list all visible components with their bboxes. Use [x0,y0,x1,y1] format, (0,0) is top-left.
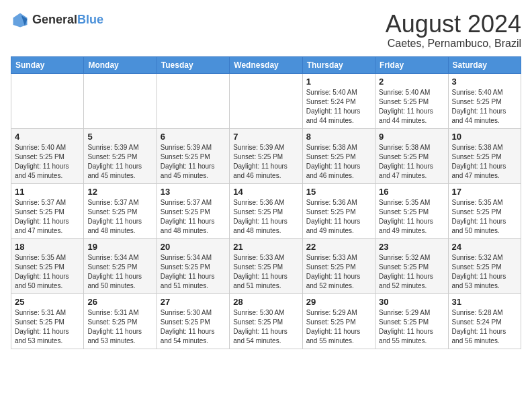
day-number: 29 [306,297,371,307]
day-info: Sunrise: 5:38 AM Sunset: 5:25 PM Dayligh… [306,143,371,181]
day-cell: 31Sunrise: 5:28 AM Sunset: 5:24 PM Dayli… [448,293,521,349]
day-number: 5 [87,132,152,142]
day-info: Sunrise: 5:36 AM Sunset: 5:25 PM Dayligh… [306,198,371,236]
header-wednesday: Wednesday [230,56,302,73]
day-info: Sunrise: 5:33 AM Sunset: 5:25 PM Dayligh… [233,253,298,291]
day-number: 31 [452,297,517,307]
title-area: August 2024 Caetes, Pernambuco, Brazil [386,11,521,50]
day-number: 16 [379,187,444,197]
week-row-1: 1Sunrise: 5:40 AM Sunset: 5:24 PM Daylig… [11,73,521,128]
day-number: 21 [233,242,298,252]
day-info: Sunrise: 5:36 AM Sunset: 5:25 PM Dayligh… [233,198,298,236]
logo-text: GeneralBlue [32,13,103,27]
day-cell: 21Sunrise: 5:33 AM Sunset: 5:25 PM Dayli… [230,238,302,293]
day-cell: 28Sunrise: 5:30 AM Sunset: 5:25 PM Dayli… [230,293,302,349]
day-info: Sunrise: 5:33 AM Sunset: 5:25 PM Dayligh… [306,253,371,291]
day-info: Sunrise: 5:35 AM Sunset: 5:25 PM Dayligh… [379,198,444,236]
day-cell [230,73,302,128]
calendar-header-row: SundayMondayTuesdayWednesdayThursdayFrid… [11,56,521,73]
day-number: 15 [306,187,371,197]
day-cell: 6Sunrise: 5:39 AM Sunset: 5:25 PM Daylig… [157,128,229,183]
day-number: 22 [306,242,371,252]
day-number: 2 [379,77,444,87]
day-cell: 10Sunrise: 5:38 AM Sunset: 5:25 PM Dayli… [448,128,521,183]
day-cell: 25Sunrise: 5:31 AM Sunset: 5:25 PM Dayli… [11,293,84,349]
day-number: 3 [452,77,517,87]
day-cell: 23Sunrise: 5:32 AM Sunset: 5:25 PM Dayli… [375,238,448,293]
header-thursday: Thursday [302,56,375,73]
day-cell [11,73,84,128]
day-cell: 30Sunrise: 5:29 AM Sunset: 5:25 PM Dayli… [375,293,448,349]
day-cell: 24Sunrise: 5:32 AM Sunset: 5:25 PM Dayli… [448,238,521,293]
day-info: Sunrise: 5:40 AM Sunset: 5:25 PM Dayligh… [15,143,80,181]
day-number: 11 [15,187,80,197]
day-number: 9 [379,132,444,142]
week-row-2: 4Sunrise: 5:40 AM Sunset: 5:25 PM Daylig… [11,128,521,183]
day-info: Sunrise: 5:32 AM Sunset: 5:25 PM Dayligh… [452,253,517,291]
day-number: 13 [161,187,226,197]
header-sunday: Sunday [11,56,84,73]
day-cell: 11Sunrise: 5:37 AM Sunset: 5:25 PM Dayli… [11,183,84,238]
logo-icon [11,11,30,30]
day-cell: 29Sunrise: 5:29 AM Sunset: 5:25 PM Dayli… [302,293,375,349]
day-info: Sunrise: 5:35 AM Sunset: 5:25 PM Dayligh… [15,253,80,291]
day-number: 26 [87,297,152,307]
day-info: Sunrise: 5:39 AM Sunset: 5:25 PM Dayligh… [87,143,152,181]
header-friday: Friday [375,56,448,73]
day-info: Sunrise: 5:37 AM Sunset: 5:25 PM Dayligh… [87,198,152,236]
day-number: 30 [379,297,444,307]
day-cell: 27Sunrise: 5:30 AM Sunset: 5:25 PM Dayli… [157,293,229,349]
day-cell: 16Sunrise: 5:35 AM Sunset: 5:25 PM Dayli… [375,183,448,238]
day-cell: 14Sunrise: 5:36 AM Sunset: 5:25 PM Dayli… [230,183,302,238]
day-number: 6 [161,132,226,142]
day-cell: 22Sunrise: 5:33 AM Sunset: 5:25 PM Dayli… [302,238,375,293]
week-row-5: 25Sunrise: 5:31 AM Sunset: 5:25 PM Dayli… [11,293,521,349]
week-row-4: 18Sunrise: 5:35 AM Sunset: 5:25 PM Dayli… [11,238,521,293]
day-info: Sunrise: 5:37 AM Sunset: 5:25 PM Dayligh… [161,198,226,236]
day-info: Sunrise: 5:35 AM Sunset: 5:25 PM Dayligh… [452,198,517,236]
day-info: Sunrise: 5:29 AM Sunset: 5:25 PM Dayligh… [379,308,444,346]
day-cell: 26Sunrise: 5:31 AM Sunset: 5:25 PM Dayli… [84,293,157,349]
day-cell: 8Sunrise: 5:38 AM Sunset: 5:25 PM Daylig… [302,128,375,183]
day-info: Sunrise: 5:31 AM Sunset: 5:25 PM Dayligh… [87,308,152,346]
header-saturday: Saturday [448,56,521,73]
page-header: GeneralBlue August 2024 Caetes, Pernambu… [11,11,521,50]
day-info: Sunrise: 5:30 AM Sunset: 5:25 PM Dayligh… [233,308,298,346]
day-info: Sunrise: 5:31 AM Sunset: 5:25 PM Dayligh… [15,308,80,346]
day-cell: 18Sunrise: 5:35 AM Sunset: 5:25 PM Dayli… [11,238,84,293]
day-cell: 19Sunrise: 5:34 AM Sunset: 5:25 PM Dayli… [84,238,157,293]
day-cell: 1Sunrise: 5:40 AM Sunset: 5:24 PM Daylig… [302,73,375,128]
day-number: 8 [306,132,371,142]
day-number: 1 [306,77,371,87]
day-cell: 13Sunrise: 5:37 AM Sunset: 5:25 PM Dayli… [157,183,229,238]
day-cell: 2Sunrise: 5:40 AM Sunset: 5:25 PM Daylig… [375,73,448,128]
day-number: 4 [15,132,80,142]
day-cell [84,73,157,128]
day-cell: 3Sunrise: 5:40 AM Sunset: 5:25 PM Daylig… [448,73,521,128]
day-info: Sunrise: 5:40 AM Sunset: 5:25 PM Dayligh… [452,88,517,126]
day-number: 23 [379,242,444,252]
day-cell: 9Sunrise: 5:38 AM Sunset: 5:25 PM Daylig… [375,128,448,183]
day-cell: 5Sunrise: 5:39 AM Sunset: 5:25 PM Daylig… [84,128,157,183]
day-cell: 12Sunrise: 5:37 AM Sunset: 5:25 PM Dayli… [84,183,157,238]
day-number: 10 [452,132,517,142]
day-info: Sunrise: 5:29 AM Sunset: 5:25 PM Dayligh… [306,308,371,346]
day-number: 14 [233,187,298,197]
day-info: Sunrise: 5:37 AM Sunset: 5:25 PM Dayligh… [15,198,80,236]
logo: GeneralBlue [11,11,103,30]
day-info: Sunrise: 5:38 AM Sunset: 5:25 PM Dayligh… [379,143,444,181]
day-number: 19 [87,242,152,252]
header-tuesday: Tuesday [157,56,229,73]
day-number: 7 [233,132,298,142]
day-info: Sunrise: 5:34 AM Sunset: 5:25 PM Dayligh… [87,253,152,291]
calendar-title: August 2024 [386,11,521,38]
calendar-subtitle: Caetes, Pernambuco, Brazil [386,38,521,50]
day-info: Sunrise: 5:34 AM Sunset: 5:25 PM Dayligh… [161,253,226,291]
day-number: 20 [161,242,226,252]
day-number: 18 [15,242,80,252]
day-number: 17 [452,187,517,197]
day-number: 27 [161,297,226,307]
day-cell: 4Sunrise: 5:40 AM Sunset: 5:25 PM Daylig… [11,128,84,183]
header-monday: Monday [84,56,157,73]
day-number: 12 [87,187,152,197]
